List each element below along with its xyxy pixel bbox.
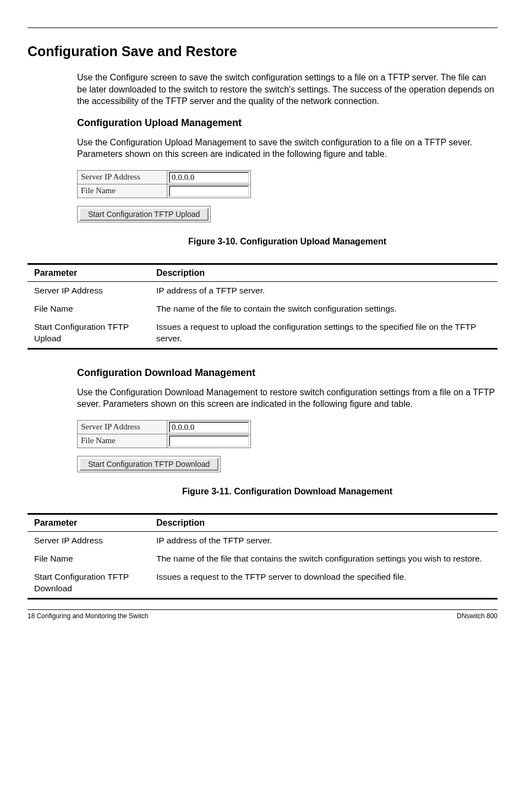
- upload-paragraph: Use the Configuration Upload Management …: [77, 137, 497, 160]
- param-cell: Server IP Address: [28, 531, 153, 549]
- download-figure-caption: Figure 3-11. Configuration Download Mana…: [77, 487, 497, 497]
- download-server-ip-input[interactable]: [169, 422, 249, 433]
- upload-th-description: Description: [153, 264, 497, 281]
- upload-button-wrap: Start Configuration TFTP Upload: [77, 206, 211, 222]
- download-config-table: Server IP Address File Name: [77, 420, 251, 448]
- param-cell: Server IP Address: [28, 281, 153, 299]
- upload-server-ip-input[interactable]: [169, 172, 249, 183]
- table-row: Server IP Address IP address of the TFTP…: [28, 531, 497, 549]
- desc-cell: IP address of the TFTP server.: [153, 531, 497, 549]
- desc-cell: Issues a request to the TFTP server to d…: [153, 568, 497, 598]
- desc-cell: The name of the file to contain the swit…: [153, 300, 497, 318]
- upload-param-table: Parameter Description Server IP Address …: [28, 263, 497, 350]
- start-download-button[interactable]: Start Configuration TFTP Download: [79, 457, 218, 471]
- download-heading: Configuration Download Management: [77, 367, 497, 379]
- table-row: File Name The name of the file that cont…: [28, 550, 497, 568]
- download-file-name-label: File Name: [78, 434, 167, 448]
- upload-server-ip-label: Server IP Address: [78, 170, 167, 184]
- download-paragraph: Use the Configuration Download Managemen…: [77, 386, 497, 410]
- download-button-wrap: Start Configuration TFTP Download: [77, 456, 221, 472]
- footer-left: 18 Configuring and Monitoring the Switch: [28, 612, 148, 620]
- upload-config-table: Server IP Address File Name: [77, 170, 251, 198]
- intro-paragraph: Use the Configure screen to save the swi…: [77, 72, 497, 107]
- upload-th-parameter: Parameter: [28, 264, 153, 281]
- upload-file-name-input[interactable]: [169, 186, 249, 197]
- upload-heading: Configuration Upload Management: [77, 117, 497, 129]
- section-title: Configuration Save and Restore: [28, 43, 497, 59]
- download-file-name-input[interactable]: [169, 435, 249, 446]
- download-param-table: Parameter Description Server IP Address …: [28, 513, 497, 600]
- table-row: Start Configuration TFTP Upload Issues a…: [28, 318, 497, 348]
- table-row: Start Configuration TFTP Download Issues…: [28, 568, 497, 598]
- download-th-parameter: Parameter: [28, 514, 153, 531]
- start-upload-button[interactable]: Start Configuration TFTP Upload: [79, 208, 209, 221]
- download-server-ip-label: Server IP Address: [78, 420, 167, 434]
- download-th-description: Description: [153, 514, 497, 531]
- table-row: Server IP Address IP address of a TFTP s…: [28, 281, 497, 299]
- table-row: File Name The name of the file to contai…: [28, 300, 497, 318]
- desc-cell: IP address of a TFTP server.: [153, 281, 497, 299]
- param-cell: File Name: [28, 550, 153, 568]
- param-cell: Start Configuration TFTP Upload: [28, 318, 153, 348]
- upload-file-name-label: File Name: [78, 184, 167, 198]
- footer-right: DNswitch 800: [457, 612, 497, 620]
- param-cell: Start Configuration TFTP Download: [28, 568, 153, 598]
- desc-cell: Issues a request to upload the configura…: [153, 318, 497, 348]
- upload-figure-caption: Figure 3-10. Configuration Upload Manage…: [77, 237, 497, 247]
- param-cell: File Name: [28, 300, 153, 318]
- top-rule: [28, 28, 497, 28]
- page-footer: 18 Configuring and Monitoring the Switch…: [28, 609, 497, 620]
- desc-cell: The name of the file that contains the s…: [153, 550, 497, 568]
